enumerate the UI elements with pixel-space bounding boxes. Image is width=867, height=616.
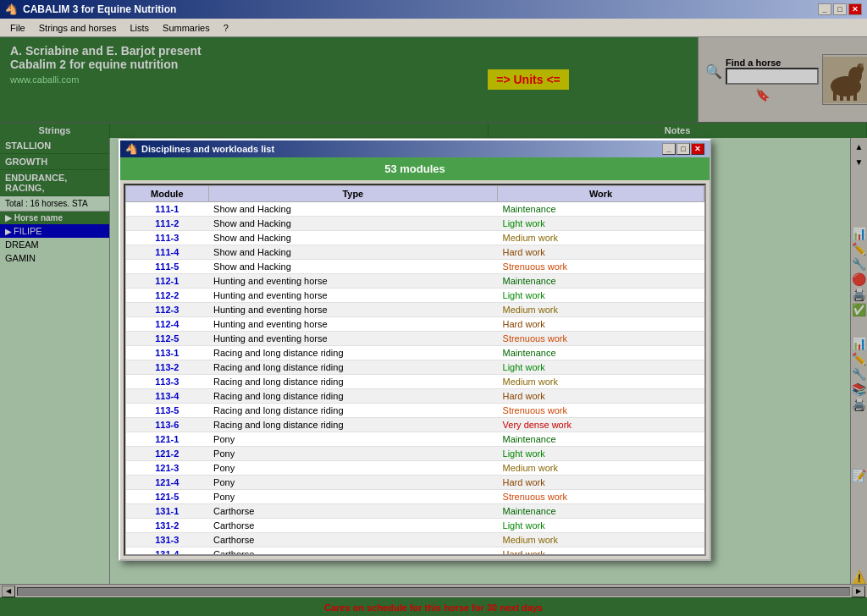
app-title: CABALIM 3 for Equine Nutrition bbox=[23, 3, 176, 15]
type-cell: Racing and long distance riding bbox=[208, 360, 498, 375]
work-cell: Hard work bbox=[498, 476, 704, 490]
type-cell: Pony bbox=[208, 432, 498, 447]
work-cell: Light work bbox=[498, 360, 704, 375]
dialog-content: Module Type Work 111-1Show and HackingMa… bbox=[120, 180, 710, 559]
table-row[interactable]: 121-5PonyStrenuous work bbox=[126, 490, 704, 504]
module-cell: 121-4 bbox=[126, 476, 209, 490]
type-cell: Pony bbox=[208, 447, 498, 461]
menu-help[interactable]: ? bbox=[217, 21, 235, 35]
type-cell: Show and Hacking bbox=[208, 217, 498, 231]
modules-tbody: 111-1Show and HackingMaintenance111-2Sho… bbox=[126, 202, 704, 555]
work-cell: Maintenance bbox=[498, 504, 704, 519]
table-row[interactable]: 121-3PonyMedium work bbox=[126, 461, 704, 476]
table-row[interactable]: 111-2Show and HackingLight work bbox=[126, 217, 704, 231]
module-cell: 111-3 bbox=[126, 231, 209, 245]
module-cell: 131-2 bbox=[126, 519, 209, 533]
type-cell: Hunting and eventing horse bbox=[208, 317, 498, 332]
work-cell: Very dense work bbox=[498, 418, 704, 432]
table-row[interactable]: 131-2CarthorseLight work bbox=[126, 519, 704, 533]
table-row[interactable]: 113-4Racing and long distance ridingHard… bbox=[126, 389, 704, 404]
table-row[interactable]: 111-1Show and HackingMaintenance bbox=[126, 202, 704, 217]
type-cell: Carthorse bbox=[208, 547, 498, 555]
table-row[interactable]: 111-5Show and HackingStrenuous work bbox=[126, 260, 704, 274]
dialog-titlebar: 🐴 Disciplines and workloads list _ □ ✕ bbox=[120, 140, 710, 157]
module-cell: 113-3 bbox=[126, 375, 209, 389]
table-row[interactable]: 131-4CarthorseHard work bbox=[126, 547, 704, 555]
dialog-icon: 🐴 bbox=[125, 143, 138, 155]
module-cell: 112-4 bbox=[126, 317, 209, 332]
table-row[interactable]: 113-3Racing and long distance ridingMedi… bbox=[126, 375, 704, 389]
work-cell: Maintenance bbox=[498, 432, 704, 447]
table-row[interactable]: 112-5Hunting and eventing horseStrenuous… bbox=[126, 332, 704, 346]
work-cell: Light work bbox=[498, 217, 704, 231]
table-row[interactable]: 113-5Racing and long distance ridingStre… bbox=[126, 404, 704, 418]
work-cell: Medium work bbox=[498, 231, 704, 245]
module-cell: 112-1 bbox=[126, 274, 209, 289]
module-cell: 121-2 bbox=[126, 447, 209, 461]
type-cell: Racing and long distance riding bbox=[208, 375, 498, 389]
module-cell: 121-5 bbox=[126, 490, 209, 504]
type-cell: Carthorse bbox=[208, 504, 498, 519]
modules-count: 53 modules bbox=[384, 162, 445, 175]
type-cell: Pony bbox=[208, 490, 498, 504]
col-header-type[interactable]: Type bbox=[208, 186, 498, 202]
module-cell: 131-4 bbox=[126, 547, 209, 555]
module-cell: 113-5 bbox=[126, 404, 209, 418]
work-cell: Strenuous work bbox=[498, 260, 704, 274]
table-row[interactable]: 112-4Hunting and eventing horseHard work bbox=[126, 317, 704, 332]
maximize-button[interactable]: □ bbox=[833, 3, 847, 15]
table-row[interactable]: 121-2PonyLight work bbox=[126, 447, 704, 461]
work-cell: Maintenance bbox=[498, 202, 704, 217]
module-cell: 121-3 bbox=[126, 461, 209, 476]
table-row[interactable]: 112-2Hunting and eventing horseLight wor… bbox=[126, 289, 704, 303]
table-row[interactable]: 121-4PonyHard work bbox=[126, 476, 704, 490]
work-cell: Maintenance bbox=[498, 346, 704, 360]
module-cell: 111-4 bbox=[126, 245, 209, 260]
work-cell: Medium work bbox=[498, 533, 704, 547]
col-header-work[interactable]: Work bbox=[498, 186, 704, 202]
menu-strings[interactable]: Strings and horses bbox=[32, 21, 124, 35]
table-row[interactable]: 131-1CarthorseMaintenance bbox=[126, 504, 704, 519]
work-cell: Hard work bbox=[498, 317, 704, 332]
table-row[interactable]: 111-4Show and HackingHard work bbox=[126, 245, 704, 260]
minimize-button[interactable]: _ bbox=[818, 3, 831, 15]
table-row[interactable]: 112-3Hunting and eventing horseMedium wo… bbox=[126, 303, 704, 317]
type-cell: Show and Hacking bbox=[208, 245, 498, 260]
disciplines-dialog: 🐴 Disciplines and workloads list _ □ ✕ 5… bbox=[119, 139, 711, 561]
table-inner[interactable]: Module Type Work 111-1Show and HackingMa… bbox=[125, 185, 704, 554]
module-cell: 112-5 bbox=[126, 332, 209, 346]
menubar: File Strings and horses Lists Summaries … bbox=[0, 19, 867, 37]
table-row[interactable]: 121-1PonyMaintenance bbox=[126, 432, 704, 447]
dialog-header: 53 modules bbox=[120, 157, 710, 180]
type-cell: Hunting and eventing horse bbox=[208, 289, 498, 303]
work-cell: Light work bbox=[498, 289, 704, 303]
table-row[interactable]: 113-6Racing and long distance ridingVery… bbox=[126, 418, 704, 432]
menu-lists[interactable]: Lists bbox=[123, 21, 156, 35]
module-cell: 131-1 bbox=[126, 504, 209, 519]
table-row[interactable]: 112-1Hunting and eventing horseMaintenan… bbox=[126, 274, 704, 289]
work-cell: Light work bbox=[498, 447, 704, 461]
table-row[interactable]: 131-3CarthorseMedium work bbox=[126, 533, 704, 547]
dialog-minimize[interactable]: _ bbox=[662, 143, 676, 155]
table-row[interactable]: 113-2Racing and long distance ridingLigh… bbox=[126, 360, 704, 375]
type-cell: Carthorse bbox=[208, 533, 498, 547]
type-cell: Hunting and eventing horse bbox=[208, 303, 498, 317]
module-cell: 111-1 bbox=[126, 202, 209, 217]
table-row[interactable]: 111-3Show and HackingMedium work bbox=[126, 231, 704, 245]
dialog-maximize[interactable]: □ bbox=[676, 143, 690, 155]
table-row[interactable]: 113-1Racing and long distance ridingMain… bbox=[126, 346, 704, 360]
close-button[interactable]: ✕ bbox=[848, 3, 862, 15]
module-cell: 111-2 bbox=[126, 217, 209, 231]
col-header-module[interactable]: Module bbox=[126, 186, 209, 202]
type-cell: Pony bbox=[208, 476, 498, 490]
menu-summaries[interactable]: Summaries bbox=[156, 21, 217, 35]
work-cell: Hard work bbox=[498, 389, 704, 404]
module-cell: 113-4 bbox=[126, 389, 209, 404]
menu-file[interactable]: File bbox=[3, 21, 32, 35]
work-cell: Medium work bbox=[498, 461, 704, 476]
dialog-backdrop: 🐴 Disciplines and workloads list _ □ ✕ 5… bbox=[0, 37, 867, 616]
module-cell: 113-2 bbox=[126, 360, 209, 375]
dialog-close[interactable]: ✕ bbox=[691, 143, 704, 155]
module-cell: 131-3 bbox=[126, 533, 209, 547]
type-cell: Racing and long distance riding bbox=[208, 346, 498, 360]
